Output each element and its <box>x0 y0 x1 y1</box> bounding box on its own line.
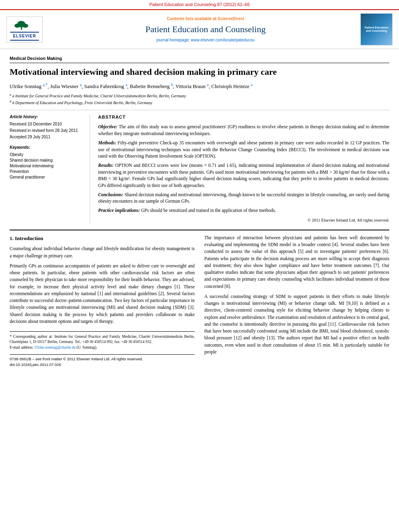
received-date-2: Received in revised form 28 July 2011 <box>10 128 83 134</box>
methods-text: Fifty-eight preventive Check-up 35 encou… <box>98 140 389 158</box>
divider-1 <box>10 110 389 110</box>
abstract-practice: Practice implications: GPs should be sen… <box>98 207 389 214</box>
conclusions-text: Shared decision making and motivational … <box>98 192 389 204</box>
results-label: Results: <box>98 163 113 168</box>
elsevier-logo: ELSEVIER <box>6 16 43 43</box>
body-content: 1. Introduction Counseling about individ… <box>10 234 389 368</box>
body-divider <box>10 230 389 230</box>
accepted-date: Accepted 29 July 2011 <box>10 134 83 140</box>
footer-issn: 0738-3991/$ – see front matter © 2011 El… <box>10 356 195 362</box>
practice-text: GPs should be sensitized and trained in … <box>141 208 276 213</box>
elsevier-logo-box: ELSEVIER <box>6 16 43 43</box>
footer-doi: doi:10.1016/j.pec.2011.07.026 <box>10 362 195 368</box>
article-info-column: Article history: Received 10 December 20… <box>10 114 90 223</box>
intro-heading: 1. Introduction <box>10 234 195 242</box>
journal-header: ELSEVIER Contents lists available at Sci… <box>0 10 399 49</box>
journal-cover-image: Patient Education and Counseling <box>360 13 393 45</box>
keywords-section: Keywords: Obesity Shared decision making… <box>10 145 83 180</box>
footnote-star-text: * Corresponding author at: Institute for… <box>10 334 195 345</box>
elsevier-icon-area <box>10 18 39 31</box>
elsevier-tree-icon <box>10 18 34 30</box>
article-footer: 0738-3991/$ – see front matter © 2011 El… <box>10 354 195 368</box>
affiliations: a a Institute for General Practice and F… <box>10 92 389 106</box>
abstract-title: ABSTRACT <box>98 114 389 121</box>
keyword-sdm: Shared decision making <box>10 158 83 163</box>
right-paragraph-1: The importance of interaction between ph… <box>204 234 389 290</box>
journal-homepage: journal homepage: www.elsevier.com/locat… <box>51 37 360 43</box>
journal-cover-text: Patient Education and Counseling <box>361 25 392 35</box>
footnote-area: * Corresponding author at: Institute for… <box>10 331 195 350</box>
keyword-gp: General practitioner <box>10 175 83 180</box>
sciencedirect-link: Contents lists available at ScienceDirec… <box>51 16 360 22</box>
article-content: Medical Decision Making Motivational int… <box>0 49 399 374</box>
body-left-column: 1. Introduction Counseling about individ… <box>10 234 195 368</box>
journal-citation-bar: Patient Education and Counseling 87 (201… <box>0 0 399 10</box>
abstract-results: Results: OPTION and BECCI scores were lo… <box>98 162 389 189</box>
objective-text: The aim of this study was to assess gene… <box>98 124 389 136</box>
intro-paragraph-2: Primarily GPs as continuous accompanists… <box>10 263 195 325</box>
body-right-column: The importance of interaction between ph… <box>204 234 389 368</box>
copyright-line: © 2011 Elsevier Ireland Ltd. All rights … <box>98 217 389 223</box>
intro-paragraph-1: Counseling about individual behavior cha… <box>10 245 195 259</box>
journal-url[interactable]: www.elsevier.com/locate/pateducou <box>191 38 255 42</box>
keyword-obesity: Obesity <box>10 152 83 158</box>
elsevier-logo-text: ELSEVIER <box>10 32 39 41</box>
abstract-column: ABSTRACT Objective: The aim of this stud… <box>98 114 389 223</box>
article-title: Motivational interviewing and shared dec… <box>10 66 389 78</box>
keyword-mi: Motivational interviewing <box>10 163 83 169</box>
journal-title: Patient Education and Counseling <box>51 23 360 36</box>
header-center: Contents lists available at ScienceDirec… <box>51 16 360 43</box>
results-text: OPTION and BECCI scores were low (means … <box>98 163 389 188</box>
methods-label: Methods: <box>98 140 116 145</box>
journal-citation-text: Patient Education and Counseling 87 (201… <box>149 2 250 7</box>
abstract-objective: Objective: The aim of this study was to … <box>98 123 389 137</box>
svg-point-2 <box>14 24 20 28</box>
conclusions-label: Conclusions: <box>98 192 123 197</box>
received-date-1: Received 10 December 2010 <box>10 121 83 127</box>
keywords-title: Keywords: <box>10 145 83 150</box>
article-section-label: Medical Decision Making <box>10 55 389 63</box>
article-history-title: Article history: <box>10 114 83 120</box>
practice-label: Practice implications: <box>98 208 140 213</box>
abstract-methods: Methods: Fifty-eight preventive Check-up… <box>98 140 389 160</box>
affiliation-b: b b Department of Education and Psycholo… <box>10 101 152 105</box>
sciencedirect-brand[interactable]: ScienceDirect <box>218 16 244 21</box>
footnote-email-link[interactable]: Ulrike.sonntag@charite.de <box>35 345 76 349</box>
footnote-email: E-mail address: Ulrike.sonntag@charite.d… <box>10 345 195 350</box>
keyword-prevention: Prevention <box>10 169 83 175</box>
abstract-conclusions: Conclusions: Shared decision making and … <box>98 191 389 205</box>
authors-text: Ulrike Sonntag a,*, Julia Wiesner a, San… <box>10 83 253 89</box>
objective-label: Objective: <box>98 124 117 129</box>
article-authors: Ulrike Sonntag a,*, Julia Wiesner a, San… <box>10 82 389 90</box>
affiliation-a: a a Institute for General Practice and F… <box>10 94 186 98</box>
right-paragraph-2: A successful counseling strategy of SDM … <box>204 293 389 355</box>
article-info-abstract: Article history: Received 10 December 20… <box>10 114 389 223</box>
svg-point-3 <box>23 24 28 28</box>
